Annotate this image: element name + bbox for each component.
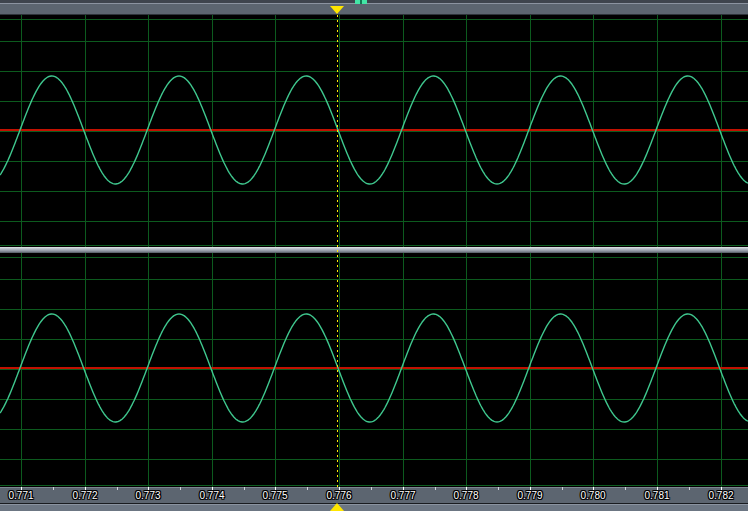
- minor-tick: [689, 487, 690, 490]
- grid-lines: [0, 253, 748, 487]
- playback-cursor-line: [337, 15, 338, 487]
- bottom-scroll-bar[interactable]: [0, 503, 748, 511]
- ruler-top-edge: [0, 487, 748, 488]
- minor-tick: [180, 487, 181, 490]
- scroll-thumb[interactable]: [355, 0, 367, 4]
- time-label: 0.776: [319, 490, 359, 501]
- top-scroll-bar[interactable]: [0, 0, 748, 15]
- top-bar-highlight: [0, 3, 748, 4]
- time-ruler[interactable]: 0.7710.7720.7730.7740.7750.7760.7770.778…: [0, 487, 748, 503]
- time-label: 0.774: [192, 490, 232, 501]
- time-label: 0.779: [510, 490, 550, 501]
- minor-tick: [371, 487, 372, 490]
- time-label: 0.775: [255, 490, 295, 501]
- time-label: 0.781: [637, 490, 677, 501]
- channel-1-waveform-panel[interactable]: [0, 15, 748, 247]
- minor-tick: [562, 487, 563, 490]
- time-label: 0.777: [383, 490, 423, 501]
- cursor-bottom-handle up-triangle-icon[interactable]: [330, 503, 344, 511]
- time-label: 0.773: [128, 490, 168, 501]
- minor-tick: [117, 487, 118, 490]
- minor-tick: [244, 487, 245, 490]
- bottom-bar-highlight: [0, 504, 748, 505]
- minor-tick: [498, 487, 499, 490]
- cursor-top-handle down-triangle-icon[interactable]: [330, 6, 344, 14]
- minor-tick: [625, 487, 626, 490]
- channel-2-plot: [0, 253, 748, 487]
- scroll-thumb-notch: [360, 0, 362, 4]
- minor-tick: [307, 487, 308, 490]
- time-label: 0.772: [65, 490, 105, 501]
- time-label: 0.780: [573, 490, 613, 501]
- waveform-editor-screen: 0.7710.7720.7730.7740.7750.7760.7770.778…: [0, 0, 748, 511]
- channel-1-plot: [0, 15, 748, 247]
- minor-tick: [53, 487, 54, 490]
- time-label: 0.778: [446, 490, 486, 501]
- time-label: 0.782: [701, 490, 741, 501]
- channel-2-waveform-panel[interactable]: [0, 253, 748, 487]
- time-label: 0.771: [1, 490, 41, 501]
- zero-amplitude-line: [0, 367, 748, 369]
- minor-tick: [435, 487, 436, 490]
- zero-amplitude-line: [0, 129, 748, 131]
